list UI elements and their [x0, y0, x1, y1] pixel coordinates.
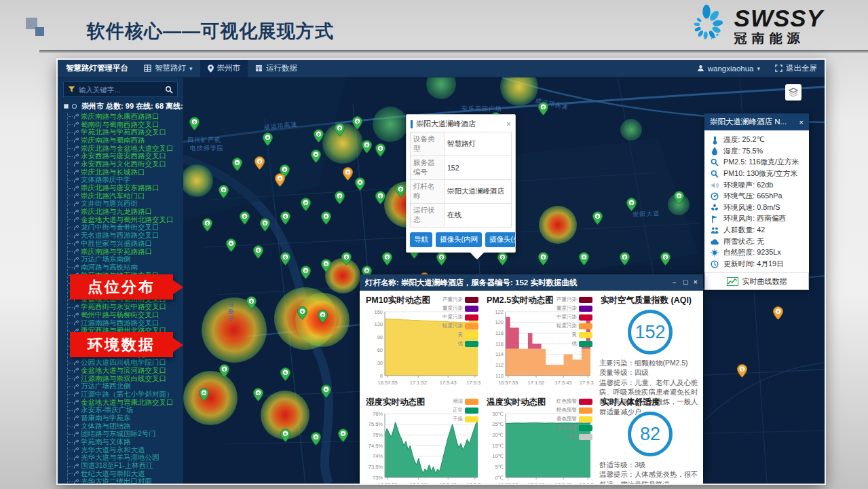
map-marker-online[interactable]	[202, 218, 212, 234]
map-marker-online[interactable]	[280, 211, 290, 228]
filter-funnel-icon[interactable]	[68, 86, 75, 93]
map-marker-offline[interactable]	[254, 156, 265, 173]
sidebar-item[interactable]: 无名道路与西游路交叉口	[68, 232, 183, 240]
map-marker-online[interactable]	[660, 252, 671, 268]
window-minimize-button[interactable]: －	[671, 278, 678, 288]
map-marker-online[interactable]	[497, 252, 508, 268]
map-marker-online[interactable]	[396, 184, 406, 200]
sidebar-item[interactable]: 金盆地大道与蜀州北路交叉口	[68, 216, 183, 224]
sidebar-item[interactable]: 南河路与高铁站南	[68, 264, 183, 272]
popup-button-0[interactable]: 导航	[410, 232, 432, 247]
map-marker-online[interactable]	[321, 259, 331, 275]
sidebar-item[interactable]: 学苑南与文体路	[68, 438, 183, 446]
map-marker-online[interactable]	[620, 252, 630, 268]
map-marker-online[interactable]	[538, 252, 548, 268]
map-marker-online[interactable]	[321, 384, 331, 401]
map-marker-online[interactable]	[626, 198, 637, 214]
map-marker-online[interactable]	[301, 266, 311, 282]
map-marker-online[interactable]	[436, 252, 447, 268]
map-marker-offline[interactable]	[773, 306, 783, 323]
search-icon[interactable]	[165, 86, 173, 94]
sidebar-item[interactable]: 万达广场东南侧	[68, 255, 183, 264]
nav-tab-0[interactable]: 智慧路灯▾	[136, 60, 200, 77]
map-marker-online[interactable]	[219, 185, 229, 201]
map-marker-online[interactable]	[674, 191, 684, 207]
sidebar-item[interactable]: 崇庆南路与学苑路路口	[68, 248, 183, 256]
sidebar-item[interactable]: 中胜世家与兴盛路路口	[68, 240, 183, 248]
map-layers-button[interactable]	[785, 84, 801, 101]
map-marker-offline[interactable]	[343, 167, 353, 183]
sidebar-item[interactable]: 学苑北路与学苑西路交叉口	[68, 128, 183, 137]
exit-fullscreen-button[interactable]: 退出全屏	[768, 60, 825, 77]
map-marker-online[interactable]	[355, 177, 365, 194]
sidebar-item[interactable]: 光华大道与羊马湿地公园	[68, 454, 183, 463]
tree-root-node[interactable]: 崇州市 总数: 99 在线: 68 离线: 31	[64, 101, 183, 111]
map-marker-online[interactable]	[311, 149, 321, 166]
popup-button-2[interactable]: 摄像头(外网	[485, 232, 515, 247]
map-marker-online[interactable]	[301, 198, 311, 214]
sidebar-item[interactable]: 永安东-崇庆广场	[68, 406, 183, 414]
map-marker-online[interactable]	[232, 158, 242, 174]
map-marker-online[interactable]	[362, 140, 372, 156]
sidebar-item[interactable]: 文体路与团结路	[68, 422, 183, 431]
sidebar-item[interactable]: 崇庆北路与长城路口	[68, 168, 183, 177]
map-marker-online[interactable]	[253, 388, 263, 404]
map-marker-online[interactable]	[538, 102, 548, 118]
map-marker-online[interactable]	[280, 367, 290, 384]
sidebar-item[interactable]: 崇庆北路与九龙路路口	[68, 208, 183, 216]
map-marker-online[interactable]	[335, 191, 345, 207]
sidebar-item[interactable]: 金盆地大道与滨河路交叉口	[68, 367, 183, 375]
sidebar-item[interactable]: 公园大道四川机电学院门口	[68, 359, 183, 367]
map-marker-online[interactable]	[341, 252, 352, 268]
sidebar-item[interactable]: 世纪大道与崇阳大道	[68, 470, 183, 478]
sidebar-item[interactable]: 江源南路与崇双白线交叉口	[68, 375, 183, 383]
sidebar-item[interactable]: 蜀州中路与杨柳街交叉口	[68, 311, 183, 319]
sidebar-item[interactable]: 光华大道二绕出口对面	[68, 478, 183, 484]
sidebar-item[interactable]: 崇庆南路与蜀南西路	[68, 137, 183, 145]
sidebar-item[interactable]: 学苑西街与永安中路交叉口	[68, 304, 183, 312]
env-close-icon[interactable]: ×	[799, 118, 804, 126]
sidebar-item[interactable]: 永安西路与唐安西路交叉口	[68, 152, 183, 160]
map-marker-online[interactable]	[240, 211, 250, 228]
sidebar-item[interactable]: 江源南路与西游路交叉口	[68, 319, 183, 327]
sidebar-item[interactable]: 团结路与东城国际2号门	[68, 431, 183, 439]
map-marker-online[interactable]	[335, 123, 345, 139]
sidebar-item[interactable]: 金盆地大道与晋康北路交叉口	[68, 399, 183, 407]
map-marker-online[interactable]	[219, 364, 229, 380]
map-canvas[interactable]: 成温邛高速成温邛高速四川矿产机电技师学院安乐花园广场崇阳大道崇阳大道江源中路中南…	[183, 77, 825, 484]
map-marker-offline[interactable]	[275, 173, 285, 189]
map-marker-online[interactable]	[260, 218, 270, 234]
sidebar-item[interactable]: 崇庆北路与唐安东路路口	[68, 184, 183, 192]
map-marker-online[interactable]	[280, 252, 290, 268]
map-marker-online[interactable]	[280, 429, 290, 445]
sidebar-item[interactable]: 光华大道与永和大道	[68, 446, 183, 454]
map-marker-online[interactable]	[579, 252, 589, 268]
map-marker-online[interactable]	[253, 245, 263, 261]
map-marker-online[interactable]	[592, 211, 603, 228]
window-restore-button[interactable]: □	[683, 278, 688, 288]
map-marker-online[interactable]	[297, 306, 307, 323]
window-close-button[interactable]: ×	[694, 278, 698, 288]
sidebar-item[interactable]: 国道318至F1-上林西江	[68, 462, 183, 470]
search-input[interactable]	[79, 86, 162, 94]
sidebar-item[interactable]: 蜀南街与蜀南西路交叉口	[68, 121, 183, 129]
sidebar-item[interactable]: 崇庆北路与金盆地大道交叉口	[68, 145, 183, 153]
nav-tab-2[interactable]: 运行数据	[248, 60, 305, 77]
map-marker-online[interactable]	[189, 117, 200, 133]
map-marker-online[interactable]	[226, 238, 236, 255]
map-marker-online[interactable]	[263, 132, 273, 149]
map-marker-online[interactable]	[382, 252, 392, 268]
map-marker-online[interactable]	[314, 129, 324, 145]
collapse-box-icon[interactable]	[64, 104, 69, 109]
map-marker-online[interactable]	[199, 388, 209, 404]
data-panel-header[interactable]: 灯杆名称: 崇阳大道澜峰酒店，服务器编号: 152 实时数据曲线 －□×	[360, 274, 703, 291]
map-marker-online[interactable]	[246, 296, 257, 312]
map-marker-online[interactable]	[375, 191, 385, 207]
sidebar-item[interactable]: 崇庆南路与永康西路路口	[68, 113, 183, 121]
sidebar-item[interactable]: 文井街与唐兴西街	[68, 200, 183, 209]
sidebar-item[interactable]: 龙门中街与金带街交叉口	[68, 224, 183, 232]
map-marker-online[interactable]	[352, 116, 362, 132]
user-menu[interactable]: wangxiaohua ▾	[690, 60, 768, 77]
nav-tab-1[interactable]: 崇州市	[200, 60, 248, 77]
popup-button-1[interactable]: 摄像头(内网	[436, 232, 482, 247]
